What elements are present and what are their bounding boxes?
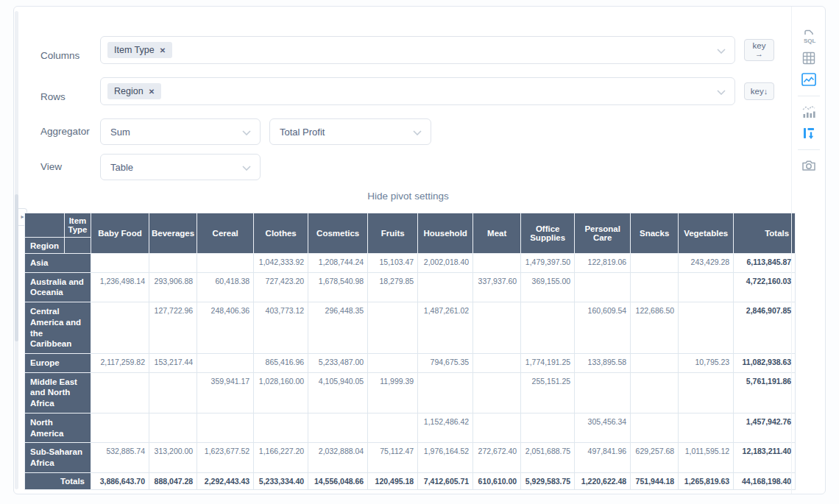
pivot-col-total: 3,886,643.70 xyxy=(91,472,149,489)
pivot-cell: 369,155.00 xyxy=(521,272,575,302)
pivot-cell: 1,623,677.52 xyxy=(197,443,254,472)
pivot-cell: 305,456.34 xyxy=(575,413,631,442)
pivot-cell: 10,795.23 xyxy=(679,354,734,373)
pivot-cell: 1,678,540.98 xyxy=(308,272,368,302)
rows-field[interactable]: Region ✕ xyxy=(100,77,735,105)
pivot-cell: 1,487,261.02 xyxy=(418,302,473,354)
pivot-table-container: Item TypeBaby FoodBeveragesCerealClothes… xyxy=(24,213,796,490)
pivot-cell: 1,166,227.20 xyxy=(254,443,308,472)
pivot-cell: 15,103.47 xyxy=(368,254,418,273)
pivot-cell xyxy=(91,372,149,413)
columns-field[interactable]: Item Type ✕ xyxy=(100,36,735,64)
pivot-cell: 243,429.28 xyxy=(679,254,734,273)
pivot-cell: 272,672.40 xyxy=(473,443,521,472)
pivot-cell xyxy=(91,254,149,273)
rows-key-order-button[interactable]: key↓ xyxy=(744,82,774,100)
pivot-row-header: North America xyxy=(25,413,91,442)
sql-icon[interactable]: SQL xyxy=(798,27,820,46)
pivot-cell: 1,976,164.52 xyxy=(418,443,473,472)
chevron-down-icon[interactable] xyxy=(413,125,422,138)
pivot-cell: 403,773.12 xyxy=(254,302,308,354)
pivot-cell xyxy=(631,254,679,273)
remove-tag-icon[interactable]: ✕ xyxy=(149,88,155,96)
pivot-cell: 160,609.54 xyxy=(575,302,631,354)
pivot-col-header: Fruits xyxy=(368,213,418,254)
chevron-down-icon[interactable] xyxy=(717,43,726,57)
pivot-cell: 1,236,498.14 xyxy=(91,272,149,302)
pivot-col-total: 888,047.28 xyxy=(149,472,197,489)
image-icon[interactable] xyxy=(798,70,820,89)
pivot-cell: 359,941.17 xyxy=(197,372,254,413)
pivot-cell xyxy=(418,372,473,413)
aggregator-value-select[interactable]: Total Profit xyxy=(269,118,431,145)
pivot-col-header: Vegetables xyxy=(679,213,734,254)
chevron-down-icon[interactable] xyxy=(717,85,726,98)
pivot-col-total: 5,929,583.75 xyxy=(521,472,575,489)
pivot-col-total: 751,944.18 xyxy=(631,472,679,489)
hide-pivot-settings-link[interactable]: Hide pivot settings xyxy=(24,191,792,202)
rows-tag-region[interactable]: Region ✕ xyxy=(107,83,161,99)
table-row: Europe2,117,259.82153,217.44865,416.965,… xyxy=(25,354,796,373)
pivot-cell: 497,841.96 xyxy=(575,443,631,472)
col-axis-label: Item Type xyxy=(64,213,91,238)
rows-tag-label: Region xyxy=(114,86,144,96)
pivot-cell xyxy=(473,354,521,373)
pivot-cell: 4,105,940.05 xyxy=(308,372,368,413)
camera-icon[interactable] xyxy=(798,156,820,175)
pivot-col-header: Clothes xyxy=(254,213,308,254)
pivot-cell: 122,819.06 xyxy=(575,254,631,273)
pivot-col-header: Household xyxy=(418,213,473,254)
arrow-right-icon: → xyxy=(745,50,773,59)
pivot-cell xyxy=(149,413,197,442)
pivot-icon[interactable] xyxy=(798,124,820,143)
pivot-cell xyxy=(473,372,521,413)
pivot-col-header: Beverages xyxy=(149,213,197,254)
pivot-cell xyxy=(254,413,308,442)
pivot-cell xyxy=(521,302,575,354)
pivot-cell: 248,406.36 xyxy=(197,302,254,354)
pivot-cell xyxy=(575,272,631,302)
chevron-down-icon[interactable] xyxy=(242,125,251,138)
view-select[interactable]: Table xyxy=(100,154,261,180)
bar-chart-icon[interactable] xyxy=(798,102,820,121)
remove-tag-icon[interactable]: ✕ xyxy=(160,46,166,54)
pivot-cell: 313,200.00 xyxy=(149,443,197,472)
pivot-cell: 337,937.60 xyxy=(473,272,521,302)
pivot-cell xyxy=(473,302,521,354)
pivot-cell: 122,686.50 xyxy=(631,302,679,354)
columns-label: Columns xyxy=(40,50,79,61)
table-row: Central America and the Caribbean127,722… xyxy=(25,302,796,354)
pivot-panel: ▸ Columns Item Type ✕ key → Rows Region … xyxy=(13,6,826,494)
pivot-cell xyxy=(368,302,418,354)
pivot-row-header: Asia xyxy=(25,254,91,273)
pivot-row-total: 11,082,938.63 xyxy=(734,354,796,373)
pivot-row-header: Sub-Saharan Africa xyxy=(25,443,91,472)
pivot-row-total: 1,457,942.76 xyxy=(734,413,796,442)
pivot-blank-cell xyxy=(64,238,91,254)
pivot-cell xyxy=(679,272,734,302)
pivot-cell: 5,233,487.00 xyxy=(308,354,368,373)
pivot-col-header: Meat xyxy=(473,213,521,254)
pivot-cell: 629,257.68 xyxy=(631,443,679,472)
chevron-down-icon[interactable] xyxy=(242,160,251,174)
right-toolbar: SQL xyxy=(791,7,825,494)
pivot-cell: 133,895.58 xyxy=(575,354,631,373)
pivot-cell: 865,416.96 xyxy=(254,354,308,373)
pivot-cell xyxy=(149,372,197,413)
pivot-col-total: 5,233,334.40 xyxy=(254,472,308,489)
pivot-cell: 18,279.85 xyxy=(368,272,418,302)
table-row: North America1,152,486.42305,456.341,457… xyxy=(25,413,796,442)
pivot-cell xyxy=(631,272,679,302)
table-row: Asia1,042,333.921,208,744.2415,103.472,0… xyxy=(25,254,796,273)
pivot-col-total: 1,220,622.48 xyxy=(575,472,631,489)
pivot-cell: 153,217.44 xyxy=(149,354,197,373)
pivot-cell: 2,002,018.40 xyxy=(418,254,473,273)
pivot-cell xyxy=(368,413,418,442)
columns-key-order-button[interactable]: key → xyxy=(744,39,774,61)
columns-tag-item-type[interactable]: Item Type ✕ xyxy=(107,42,172,58)
aggregator-select[interactable]: Sum xyxy=(100,118,261,145)
pivot-cell xyxy=(631,354,679,373)
table-icon[interactable] xyxy=(798,49,820,68)
pivot-col-header: Cereal xyxy=(197,213,254,254)
pivot-cell xyxy=(197,413,254,442)
